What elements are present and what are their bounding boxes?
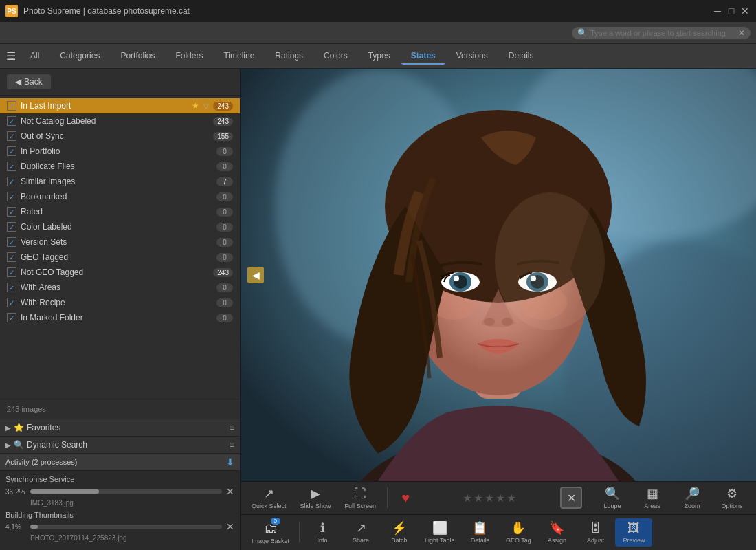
state-checkbox-not-geo-tagged[interactable] <box>7 267 16 277</box>
state-item-in-last-import[interactable]: In Last Import★▽243 <box>0 98 240 113</box>
state-item-in-portfolio[interactable]: In Portfolio0 <box>0 144 240 159</box>
preview-button[interactable]: 🖼 Preview <box>615 518 652 547</box>
nav-menu-button[interactable]: ☰ <box>3 48 19 65</box>
image-basket-button[interactable]: 🗂 0 Image Basket <box>246 518 295 547</box>
nav-prev-arrow[interactable]: ◀ <box>247 267 264 283</box>
app-icon: PS <box>5 5 18 17</box>
state-item-duplicate-files[interactable]: Duplicate Files0 <box>0 159 240 174</box>
nav-tab-timeline[interactable]: Timeline <box>214 48 264 65</box>
state-checkbox-not-catalog-labeled[interactable] <box>7 116 16 126</box>
nav-tab-states[interactable]: States <box>401 48 445 65</box>
maximize-button[interactable]: □ <box>726 6 737 16</box>
nav-tab-all[interactable]: All <box>21 48 49 65</box>
state-checkbox-bookmarked[interactable] <box>7 192 16 201</box>
quick-select-button[interactable]: ↗ Quick Select <box>246 483 292 512</box>
state-item-bookmarked[interactable]: Bookmarked0 <box>0 189 240 204</box>
state-checkbox-with-recipe[interactable] <box>7 298 16 307</box>
svg-point-13 <box>454 276 459 281</box>
areas-button[interactable]: ▦ Areas <box>634 483 671 512</box>
state-badge-with-areas: 0 <box>216 283 233 292</box>
share-button[interactable]: ↗ Share <box>342 518 379 547</box>
star-5[interactable]: ★ <box>507 492 516 505</box>
nav-tab-details[interactable]: Details <box>499 48 544 65</box>
state-item-with-areas[interactable]: With Areas0 <box>0 280 240 295</box>
star-2[interactable]: ★ <box>474 492 483 505</box>
state-checkbox-out-of-sync[interactable] <box>7 131 16 141</box>
state-checkbox-in-portfolio[interactable] <box>7 146 16 156</box>
state-item-geo-tagged[interactable]: GEO Tagged0 <box>0 250 240 265</box>
zoom-button[interactable]: 🔎 Zoom <box>674 483 711 512</box>
loupe-button[interactable]: 🔍 Loupe <box>594 483 631 512</box>
state-item-in-marked-folder[interactable]: In Marked Folder0 <box>0 310 240 325</box>
slide-show-button[interactable]: ▶ Slide Show <box>295 483 337 512</box>
progress-bar-wrap-2 <box>30 525 222 529</box>
state-item-similar-images[interactable]: Similar Images7 <box>0 174 240 189</box>
state-checkbox-with-areas[interactable] <box>7 283 16 292</box>
details-label: Details <box>471 537 490 544</box>
assign-button[interactable]: 🔖 Assign <box>538 518 575 547</box>
slide-show-icon: ▶ <box>311 486 320 501</box>
progress-row-2: 4,1% ✕ <box>5 521 234 532</box>
state-label-color-labeled: Color Labeled <box>21 222 212 232</box>
state-checkbox-geo-tagged[interactable] <box>7 252 16 262</box>
state-item-out-of-sync[interactable]: Out of Sync155 <box>0 129 240 144</box>
state-item-version-sets[interactable]: Version Sets0 <box>0 234 240 250</box>
favorites-panel-header[interactable]: ▶ ⭐ Favorites ≡ <box>0 419 240 437</box>
nav-tab-categories[interactable]: Categories <box>50 48 109 65</box>
favorites-menu-icon[interactable]: ≡ <box>230 423 234 432</box>
nav-tab-folders[interactable]: Folders <box>166 48 212 65</box>
dynamic-search-menu-icon[interactable]: ≡ <box>230 440 234 450</box>
state-checkbox-in-last-import[interactable] <box>7 101 16 111</box>
batch-button[interactable]: ⚡ Batch <box>381 518 418 547</box>
nav-tab-types[interactable]: Types <box>359 48 400 65</box>
back-button-area: ◀ Back <box>0 69 240 96</box>
star-3[interactable]: ★ <box>485 492 494 505</box>
state-checkbox-in-marked-folder[interactable] <box>7 313 16 322</box>
minimize-button[interactable]: ─ <box>712 6 723 16</box>
state-item-not-catalog-labeled[interactable]: Not Catalog Labeled243 <box>0 113 240 129</box>
toolbar-sep-3 <box>299 522 300 542</box>
light-table-button[interactable]: ⬜ Light Table <box>419 518 460 547</box>
state-item-with-recipe[interactable]: With Recipe0 <box>0 295 240 310</box>
geo-tag-button[interactable]: ✋ GEO Tag <box>500 518 537 547</box>
nav-tab-versions[interactable]: Versions <box>447 48 498 65</box>
basket-badge: 0 <box>271 518 280 525</box>
geo-tag-label: GEO Tag <box>506 537 531 544</box>
nav-tab-portfolios[interactable]: Portfolios <box>111 48 164 65</box>
state-checkbox-version-sets[interactable] <box>7 237 16 247</box>
reject-button[interactable]: ✕ <box>560 487 582 509</box>
progress-cancel-1[interactable]: ✕ <box>226 486 234 497</box>
state-star-in-last-import: ★ <box>192 101 199 111</box>
close-button[interactable]: ✕ <box>740 6 751 16</box>
state-checkbox-rated[interactable] <box>7 207 16 217</box>
options-label: Options <box>721 503 742 509</box>
rating-stars: ★ ★ ★ ★ ★ <box>421 492 557 505</box>
back-button[interactable]: ◀ Back <box>7 74 51 89</box>
adjust-button[interactable]: 🎛 Adjust <box>577 518 614 547</box>
toolbar-bottom-row: 🗂 0 Image Basket ℹ Info ↗ Share <box>241 515 756 550</box>
quick-select-label: Quick Select <box>252 503 287 509</box>
zoom-icon: 🔎 <box>685 486 700 501</box>
state-checkbox-duplicate-files[interactable] <box>7 162 16 171</box>
search-input[interactable] <box>590 29 735 37</box>
options-button[interactable]: ⚙ Options <box>713 483 751 512</box>
activity-download-icon[interactable]: ⬇ <box>226 456 234 468</box>
info-button[interactable]: ℹ Info <box>304 518 341 547</box>
heart-button[interactable]: ♥ <box>393 487 418 509</box>
progress-cancel-2[interactable]: ✕ <box>226 521 234 532</box>
star-1[interactable]: ★ <box>463 492 472 505</box>
state-item-not-geo-tagged[interactable]: Not GEO Tagged243 <box>0 265 240 280</box>
star-4[interactable]: ★ <box>496 492 505 505</box>
details-button[interactable]: 📋 Details <box>461 518 498 547</box>
state-checkbox-color-labeled[interactable] <box>7 222 16 232</box>
state-checkbox-similar-images[interactable] <box>7 177 16 186</box>
svg-point-20 <box>495 192 605 330</box>
full-screen-button[interactable]: ⛶ Full Screen <box>340 484 382 512</box>
dynamic-search-panel-header[interactable]: ▶ 🔍 Dynamic Search ≡ <box>0 437 240 454</box>
window-controls: ─ □ ✕ <box>712 6 751 16</box>
nav-tab-colors[interactable]: Colors <box>314 48 357 65</box>
state-item-color-labeled[interactable]: Color Labeled0 <box>0 219 240 234</box>
nav-tab-ratings[interactable]: Ratings <box>265 48 313 65</box>
search-clear-icon[interactable]: ✕ <box>738 28 745 38</box>
state-item-rated[interactable]: Rated0 <box>0 204 240 219</box>
